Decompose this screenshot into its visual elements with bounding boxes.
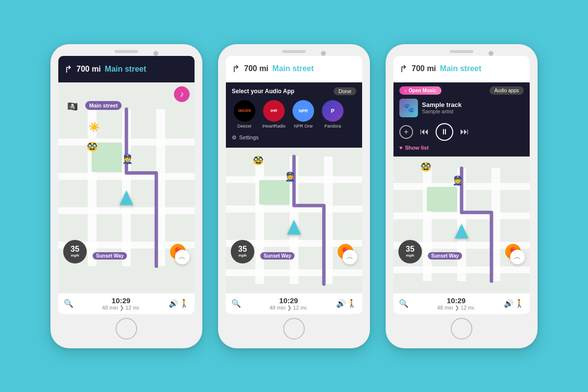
nav-distance-3: 700 mi bbox=[412, 64, 436, 73]
nav-arrow-2 bbox=[287, 220, 301, 235]
phone-speaker-3 bbox=[450, 50, 473, 53]
speed-badge-1: 35 mph bbox=[63, 240, 87, 263]
phone-camera-2 bbox=[321, 51, 326, 56]
bottom-info-2: 48 min ❯ 12 mi. bbox=[242, 305, 336, 311]
nav-header-1: ↱ 700 mi Main street bbox=[58, 56, 195, 82]
phone-screen-1: ↱ 700 mi Main street bbox=[58, 56, 195, 314]
phone-screen-3: ↱ 700 mi Main street ♪ Open Music Audio … bbox=[393, 56, 530, 314]
map-street-label2-1: Sunset Way bbox=[93, 252, 127, 260]
bottom-time-1: 10:29 bbox=[74, 296, 168, 305]
audio-panel-2: Select your Audio App Done DEEZER Deezer… bbox=[226, 82, 362, 148]
phone-home-btn-2[interactable] bbox=[283, 318, 305, 340]
avatar-glasses-3: 🥸 bbox=[420, 161, 431, 172]
svg-rect-26 bbox=[427, 187, 457, 211]
bottom-info-1: 48 min ❯ 12 mi. bbox=[74, 305, 168, 311]
svg-rect-25 bbox=[393, 266, 530, 273]
nav-arrow-3 bbox=[455, 224, 468, 238]
bottom-time-3: 10:29 bbox=[409, 296, 503, 305]
avatar-police-2: 👮 bbox=[285, 171, 295, 182]
volume-icon-1[interactable]: 🔊 bbox=[168, 298, 179, 309]
speed-badge-2: 35 mph bbox=[231, 240, 254, 263]
player-controls-3: + ⏮ ⏸ ⏭ bbox=[399, 121, 524, 143]
audio-apps-btn-3[interactable]: Audio apps bbox=[490, 86, 524, 95]
scroll-up-btn-2[interactable]: ︿ bbox=[343, 250, 357, 264]
audio-app-iheartradio[interactable]: iHR iHeartRadio bbox=[261, 100, 287, 129]
prev-btn-3[interactable]: ⏮ bbox=[420, 127, 429, 137]
svg-rect-6 bbox=[58, 207, 195, 214]
music-note-icon-3: ♪ bbox=[404, 88, 407, 93]
search-icon-2[interactable]: 🔍 bbox=[231, 298, 242, 309]
avatar-police-3: 👮 bbox=[452, 175, 463, 186]
phone-speaker-2 bbox=[282, 50, 306, 53]
bottom-time-2: 10:29 bbox=[242, 296, 336, 305]
scroll-up-btn-3[interactable]: ︿ bbox=[510, 250, 525, 264]
play-pause-btn-3[interactable]: ⏸ bbox=[436, 123, 453, 141]
iheartradio-icon: iHR bbox=[263, 100, 285, 122]
scroll-up-btn-1[interactable]: ︿ bbox=[175, 250, 190, 264]
next-btn-3[interactable]: ⏭ bbox=[460, 127, 469, 137]
phone-home-btn-1[interactable] bbox=[116, 318, 137, 340]
bottom-info-3: 48 min ❯ 12 mi. bbox=[409, 305, 503, 311]
avatar-police-1: 👮 bbox=[122, 154, 133, 164]
now-playing-info-3: 🐾 Sample track Sample artist bbox=[399, 99, 524, 117]
pandora-label: Pandora bbox=[324, 124, 341, 129]
deezer-icon: DEEZER bbox=[234, 100, 255, 122]
avatar-pirate-1: 🏴‍☠️ bbox=[67, 101, 78, 112]
turn-arrow-1: ↱ bbox=[64, 64, 73, 74]
settings-gear-icon: ⚙ bbox=[232, 134, 237, 141]
track-info-3: Sample track Sample artist bbox=[422, 101, 462, 114]
audio-app-pandora[interactable]: P Pandora bbox=[320, 100, 345, 129]
search-icon-1[interactable]: 🔍 bbox=[63, 298, 74, 309]
heart-icon-3: ♥ bbox=[399, 145, 403, 151]
bottom-bar-3: 🔍 10:29 48 min ❯ 12 mi. 🔊 🚶 bbox=[393, 293, 530, 314]
map-area-1: Main street ♪ 🏴‍☠️ ☀️ 🥸 👮 35 mph Sunset … bbox=[58, 82, 195, 293]
audio-app-deezer[interactable]: DEEZER Deezer bbox=[232, 100, 257, 129]
now-playing-panel-3: ♪ Open Music Audio apps 🐾 Sample track S… bbox=[393, 82, 530, 157]
map-street-label2-3: Sunset Way bbox=[428, 252, 462, 260]
audio-panel-title-2: Select your Audio App bbox=[232, 88, 294, 95]
now-playing-top-3: ♪ Open Music Audio apps bbox=[399, 86, 524, 95]
nav-street-1: Main street bbox=[105, 65, 146, 74]
search-icon-3[interactable]: 🔍 bbox=[398, 298, 409, 309]
audio-settings-2[interactable]: ⚙ Settings bbox=[232, 132, 356, 143]
album-art-3: 🐾 bbox=[399, 99, 418, 117]
avatar-glasses-2: 🥸 bbox=[253, 155, 264, 166]
iheartradio-label: iHeartRadio bbox=[262, 124, 286, 129]
audio-app-nproone[interactable]: npr NPR One bbox=[291, 100, 316, 129]
volume-icon-3[interactable]: 🔊 bbox=[503, 298, 514, 309]
nav-arrow-1 bbox=[120, 190, 133, 205]
nav-distance-1: 700 mi bbox=[76, 65, 101, 74]
nprone-label: NPR One bbox=[294, 124, 313, 129]
nav-street-2: Main street bbox=[272, 64, 314, 73]
phone-camera-1 bbox=[153, 51, 158, 56]
nav-header-3: ↱ 700 mi Main street bbox=[393, 56, 530, 82]
walk-icon-2[interactable]: 🚶 bbox=[346, 298, 357, 309]
open-music-btn-3[interactable]: ♪ Open Music bbox=[399, 86, 441, 95]
add-to-list-btn-3[interactable]: + bbox=[399, 125, 413, 139]
phone-speaker-1 bbox=[115, 50, 138, 53]
phone-3: ↱ 700 mi Main street ♪ Open Music Audio … bbox=[386, 44, 538, 348]
volume-icon-2[interactable]: 🔊 bbox=[336, 298, 346, 309]
avatar-sun-1: ☀️ bbox=[89, 122, 99, 132]
phone-camera-3 bbox=[489, 51, 493, 56]
walk-icon-3[interactable]: 🚶 bbox=[514, 298, 525, 309]
svg-rect-17 bbox=[259, 180, 290, 205]
phone-screen-2: ↱ 700 mi Main street Select your Audio A… bbox=[226, 56, 362, 314]
nprone-icon: npr bbox=[293, 100, 314, 122]
phone-home-btn-3[interactable] bbox=[451, 318, 472, 340]
phone-1: ↱ 700 mi Main street bbox=[50, 44, 202, 348]
walk-icon-1[interactable]: 🚶 bbox=[179, 298, 190, 309]
bottom-bar-1: 🔍 10:29 48 min ❯ 12 mi. 🔊 🚶 bbox=[58, 293, 195, 314]
avatar-glasses-1: 🥸 bbox=[87, 141, 98, 152]
turn-arrow-3: ↱ bbox=[399, 64, 408, 74]
map-street-label2-2: Sunset Way bbox=[260, 252, 294, 260]
show-list-btn-3[interactable]: ♥ Show list bbox=[399, 143, 524, 153]
bottom-bar-2: 🔍 10:29 48 min ❯ 12 mi. 🔊 🚶 bbox=[226, 293, 362, 314]
deezer-label: Deezer bbox=[237, 124, 251, 129]
nav-street-3: Main street bbox=[440, 64, 481, 73]
phone-2: ↱ 700 mi Main street Select your Audio A… bbox=[218, 44, 370, 348]
pandora-icon: P bbox=[322, 100, 343, 122]
audio-panel-header-2: Select your Audio App Done bbox=[232, 87, 356, 95]
audio-panel-done-2[interactable]: Done bbox=[334, 87, 356, 95]
music-fab-1[interactable]: ♪ bbox=[174, 86, 190, 102]
